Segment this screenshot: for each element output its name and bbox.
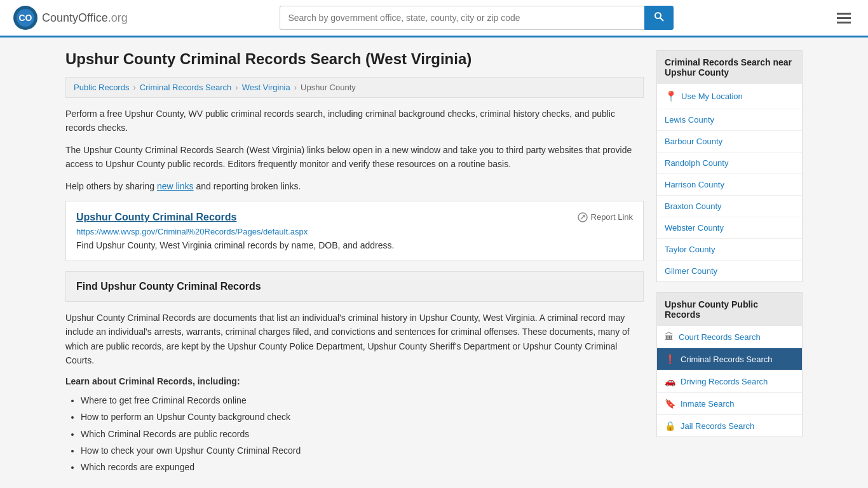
sidebar-item-label: Inmate Search	[681, 399, 735, 409]
find-section: Find Upshur County Criminal Records	[65, 271, 644, 302]
sidebar-public-record-item[interactable]: 🔒Jail Records Search	[657, 415, 802, 437]
sidebar-item-icon: 🔖	[665, 398, 675, 409]
logo-text: CountyOffice.org	[42, 11, 128, 24]
sidebar-county-item[interactable]: Lewis County	[657, 109, 802, 131]
public-records-header: Upshur County Public Records	[657, 293, 802, 326]
content: Upshur County Criminal Records Search (W…	[65, 50, 644, 477]
sidebar-county-item[interactable]: Webster County	[657, 217, 802, 239]
breadcrumb-upshur: Upshur County	[301, 83, 356, 92]
find-body-para: Upshur County Criminal Records are docum…	[65, 311, 644, 368]
page-title: Upshur County Criminal Records Search (W…	[65, 50, 644, 68]
search-button[interactable]	[644, 6, 674, 30]
sidebar-item-label: Driving Records Search	[681, 377, 768, 386]
sidebar-item-label: Criminal Records Search	[681, 355, 773, 364]
sidebar-public-record-item[interactable]: ❗Criminal Records Search	[657, 348, 802, 370]
search-input[interactable]	[280, 6, 644, 30]
record-title-row: Upshur County Criminal Records Report Li…	[76, 212, 633, 223]
breadcrumb-sep-1: ›	[133, 83, 135, 92]
sidebar-item-icon: 🚗	[665, 376, 675, 386]
sidebar-item-icon: 🏛	[665, 332, 674, 342]
breadcrumb-sep-3: ›	[294, 83, 297, 92]
nearby-section-header: Criminal Records Search near Upshur Coun…	[657, 51, 802, 84]
breadcrumb-public-records[interactable]: Public Records	[74, 83, 129, 92]
list-item: How to perform an Upshur County backgrou…	[81, 410, 644, 424]
use-location-label: Use My Location	[681, 92, 743, 101]
find-section-title: Find Upshur County Criminal Records	[76, 281, 633, 292]
svg-text:CO: CO	[19, 13, 32, 23]
public-records-section: Upshur County Public Records 🏛Court Reco…	[656, 292, 803, 437]
logo-icon: CO	[13, 5, 38, 30]
desc-para-3: Help others by sharing new links and rep…	[65, 179, 644, 193]
find-list-label: Learn about Criminal Records, including:	[65, 374, 644, 388]
menu-bar-1	[837, 13, 851, 15]
sidebar-public-record-item[interactable]: 🔖Inmate Search	[657, 393, 802, 415]
record-card: Upshur County Criminal Records Report Li…	[65, 201, 644, 261]
record-url[interactable]: https://www.wvsp.gov/Criminal%20Records/…	[76, 227, 633, 236]
sidebar-county-item[interactable]: Taylor County	[657, 239, 802, 261]
breadcrumb-sep-2: ›	[235, 83, 238, 92]
location-icon: 📍	[665, 90, 677, 102]
desc-para-3-suffix: and reporting broken links.	[194, 181, 301, 191]
sidebar-county-item[interactable]: Randolph County	[657, 152, 802, 174]
breadcrumb: Public Records › Criminal Records Search…	[65, 77, 644, 98]
sidebar-county-item[interactable]: Harrison County	[657, 174, 802, 196]
sidebar-public-record-item[interactable]: 🏛Court Records Search	[657, 326, 802, 348]
breadcrumb-criminal-records[interactable]: Criminal Records Search	[140, 83, 232, 92]
sidebar-item-label: Court Records Search	[679, 332, 761, 342]
logo-area: CO CountyOffice.org	[13, 5, 128, 30]
desc-para-2: The Upshur County Criminal Records Searc…	[65, 143, 644, 172]
logo-text-area: CountyOffice.org	[42, 11, 128, 25]
header: CO CountyOffice.org	[0, 0, 868, 37]
nearby-section: Criminal Records Search near Upshur Coun…	[656, 50, 803, 282]
sidebar-item-icon: 🔒	[665, 421, 675, 431]
report-link-label: Report Link	[591, 212, 633, 222]
desc-para-3-prefix: Help others by sharing	[65, 181, 157, 191]
sidebar-county-item[interactable]: Gilmer County	[657, 261, 802, 281]
sidebar-item-icon: ❗	[665, 354, 675, 364]
svg-point-3	[655, 13, 661, 18]
sidebar-county-item[interactable]: Barbour County	[657, 131, 802, 152]
list-item: Which Criminal Records are public record…	[81, 427, 644, 441]
svg-line-4	[660, 18, 663, 21]
sidebar: Criminal Records Search near Upshur Coun…	[656, 50, 803, 477]
menu-bar-2	[837, 17, 851, 19]
list-item: Where to get free Criminal Records onlin…	[81, 393, 644, 407]
menu-button[interactable]	[832, 6, 855, 29]
list-item: Which records are expunged	[81, 460, 644, 474]
record-desc: Find Upshur County, West Virginia crimin…	[76, 240, 633, 250]
report-link[interactable]: Report Link	[578, 212, 633, 222]
public-records-list: 🏛Court Records Search❗Criminal Records S…	[657, 326, 802, 437]
list-item: How to check your own Upshur County Crim…	[81, 444, 644, 458]
search-icon	[654, 11, 664, 22]
sidebar-public-record-item[interactable]: 🚗Driving Records Search	[657, 370, 802, 393]
report-icon	[578, 212, 588, 222]
menu-bar-3	[837, 22, 851, 24]
use-location[interactable]: 📍 Use My Location	[657, 84, 802, 109]
desc-para-1: Perform a free Upshur County, WV public …	[65, 107, 644, 135]
record-title-link[interactable]: Upshur County Criminal Records	[76, 212, 236, 223]
main-wrapper: Upshur County Criminal Records Search (W…	[53, 37, 815, 488]
sidebar-item-label: Jail Records Search	[681, 421, 754, 431]
svg-line-6	[581, 215, 585, 219]
nearby-list: Lewis CountyBarbour CountyRandolph Count…	[657, 109, 802, 281]
search-area	[280, 6, 674, 30]
sidebar-county-item[interactable]: Braxton County	[657, 196, 802, 217]
find-list: Where to get free Criminal Records onlin…	[81, 393, 644, 475]
find-body: Upshur County Criminal Records are docum…	[65, 311, 644, 475]
new-links-link[interactable]: new links	[157, 181, 194, 191]
breadcrumb-west-virginia[interactable]: West Virginia	[242, 83, 290, 92]
